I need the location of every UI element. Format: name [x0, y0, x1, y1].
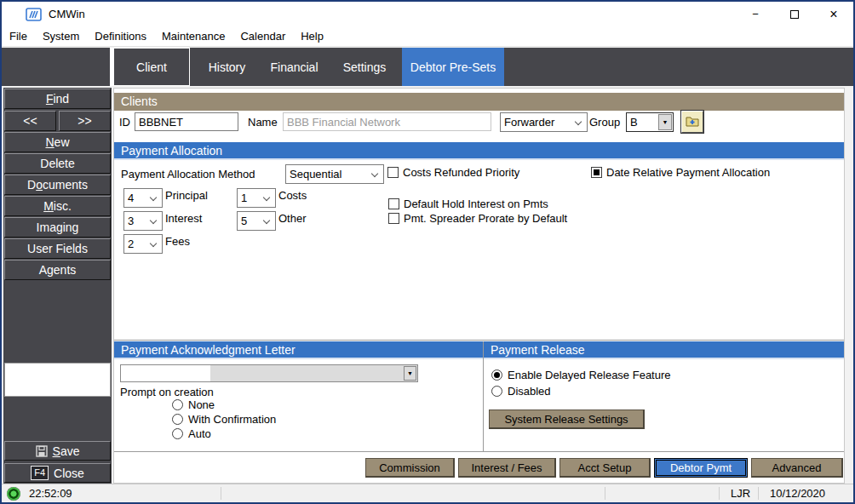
date-relative-label: Date Relative Payment Allocation	[606, 166, 770, 179]
menu-definitions[interactable]: Definitions	[87, 26, 154, 47]
client-type-select[interactable]: Forwarder	[500, 112, 588, 132]
disabled-radio[interactable]: Disabled	[491, 385, 551, 398]
prompt-auto-radio[interactable]: Auto	[172, 427, 211, 440]
interest-order-select[interactable]: 3	[123, 211, 163, 231]
allocation-method-select[interactable]: Sequential	[285, 164, 384, 184]
client-id-input[interactable]	[135, 112, 238, 131]
menu-file[interactable]: File	[2, 26, 35, 47]
minimize-button[interactable]: −	[736, 2, 775, 26]
tab-strip: Client History Financial Settings Debtor…	[113, 48, 853, 86]
advanced-button[interactable]: Advanced	[751, 458, 843, 478]
prev-button[interactable]: <<	[4, 111, 56, 131]
chevron-down-icon	[575, 118, 582, 125]
menu-calendar[interactable]: Calendar	[232, 26, 293, 47]
chevron-down-icon	[371, 170, 378, 177]
save-floppy-icon	[36, 445, 48, 457]
misc-button[interactable]: Misc.	[4, 196, 111, 216]
debtor-pymt-button[interactable]: Debtor Pymt	[654, 458, 748, 478]
method-label: Payment Allocation Method	[121, 168, 255, 180]
radio-icon	[172, 399, 183, 410]
costs-refunded-checkbox[interactable]: Costs Refunded Priority	[387, 166, 519, 179]
client-type-value: Forwarder	[504, 116, 554, 129]
interest-label: Interest	[165, 212, 202, 225]
radio-selected-icon	[491, 369, 502, 381]
sidebar: Find << >> New Delete Documents Misc. Im…	[3, 88, 112, 484]
panel-divider	[114, 340, 844, 341]
tab-financial[interactable]: Financial	[261, 48, 327, 86]
status-separator	[758, 487, 759, 500]
ack-letter-select[interactable]: ▼	[120, 364, 418, 382]
interest-order-value: 3	[128, 215, 134, 227]
client-name-input[interactable]	[283, 112, 491, 131]
app-logo-icon	[26, 8, 42, 21]
agents-button[interactable]: Agents	[4, 260, 111, 280]
principal-order-value: 4	[128, 192, 134, 204]
payment-allocation-header: Payment Allocation	[114, 142, 844, 160]
group-select[interactable]: B ▼	[626, 112, 674, 132]
default-hold-checkbox[interactable]: Default Hold Interest on Pmts	[388, 198, 548, 210]
f4-key-icon: F4	[31, 466, 49, 480]
prompt-none-radio[interactable]: None	[172, 398, 215, 411]
clients-header: Clients	[114, 93, 844, 111]
close-button[interactable]: ×	[814, 2, 853, 26]
save-button[interactable]: Save	[4, 441, 111, 461]
status-bar: 22:52:09 LJR 10/12/2020	[2, 484, 853, 502]
date-relative-checkbox[interactable]: Date Relative Payment Allocation	[591, 166, 770, 179]
find-button[interactable]: Find	[4, 89, 111, 109]
status-user: LJR	[731, 487, 750, 500]
maximize-button[interactable]	[775, 2, 814, 26]
other-label: Other	[278, 212, 307, 225]
interest-fees-button[interactable]: Interest / Fees	[458, 458, 556, 478]
costs-refunded-label: Costs Refunded Priority	[403, 166, 519, 179]
imaging-button[interactable]: Imaging	[4, 217, 111, 238]
checkbox-filled-icon	[591, 167, 602, 178]
costs-order-select[interactable]: 1	[237, 188, 276, 208]
folder-plus-icon	[686, 115, 699, 129]
menu-system[interactable]: System	[35, 26, 87, 47]
dropdown-arrow-icon[interactable]: ▼	[658, 114, 672, 130]
prompt-with-confirmation-radio[interactable]: With Confirmation	[172, 413, 276, 426]
app-window: CMWin − × File System Definitions Mainte…	[0, 0, 855, 504]
maximize-icon	[790, 10, 799, 19]
radio-icon	[491, 386, 502, 397]
documents-button[interactable]: Documents	[4, 175, 111, 195]
payment-ack-header: Payment Acknowledgment Letter	[114, 341, 483, 359]
status-time: 22:52:09	[29, 487, 72, 500]
status-separator	[221, 487, 221, 500]
system-release-settings-button[interactable]: System Release Settings	[489, 410, 645, 429]
main-panel: Clients ID Name Forwarder Group B ▼ Paym…	[114, 89, 844, 483]
dropdown-arrow-icon[interactable]: ▼	[404, 366, 416, 381]
status-separator	[605, 487, 605, 500]
enable-delayed-release-radio[interactable]: Enable Delayed Release Feature	[491, 369, 671, 381]
user-fields-button[interactable]: User Fields	[4, 238, 111, 259]
prompt-on-creation-label: Prompt on creation	[120, 386, 214, 398]
save-label: Save	[53, 444, 80, 458]
title-bar: CMWin − ×	[2, 2, 853, 26]
name-label: Name	[248, 116, 278, 129]
menu-help[interactable]: Help	[293, 26, 331, 47]
checkbox-icon	[388, 198, 399, 209]
delete-button[interactable]: Delete	[4, 153, 111, 174]
tab-settings[interactable]: Settings	[331, 48, 398, 86]
id-label: ID	[119, 116, 130, 129]
chevron-down-icon	[263, 194, 270, 201]
tab-client[interactable]: Client	[113, 48, 190, 86]
pmt-spreader-checkbox[interactable]: Pmt. Spreader Prorate by Default	[388, 212, 567, 225]
other-order-select[interactable]: 5	[237, 211, 276, 231]
next-button[interactable]: >>	[59, 111, 111, 131]
add-group-button[interactable]	[681, 111, 703, 133]
acct-setup-button[interactable]: Acct Setup	[559, 458, 651, 478]
prompt-with-confirmation-label: With Confirmation	[188, 413, 276, 426]
commission-button[interactable]: Commission	[365, 458, 455, 478]
menu-maintenance[interactable]: Maintenance	[154, 26, 232, 47]
new-button[interactable]: New	[4, 132, 111, 152]
tab-debtor-pre-sets[interactable]: Debtor Pre-Sets	[402, 48, 504, 86]
tab-history[interactable]: History	[194, 48, 260, 86]
principal-order-select[interactable]: 4	[123, 188, 163, 208]
chevron-down-icon	[150, 240, 157, 247]
panel-divider-bottom	[114, 451, 844, 452]
other-order-value: 5	[241, 215, 247, 227]
fees-order-select[interactable]: 2	[123, 234, 163, 254]
sidebar-blank-panel	[4, 363, 111, 397]
close-form-button[interactable]: F4 Close	[4, 463, 111, 483]
